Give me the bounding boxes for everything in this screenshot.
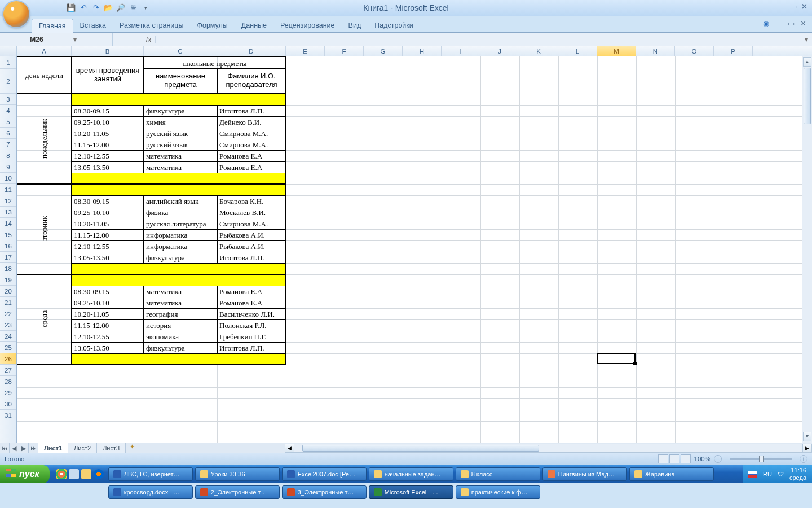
task-1[interactable]: Уроки 30-36 [195,467,280,481]
time-2-3[interactable]: 11.15-12.00 [72,319,144,331]
col-header-L[interactable]: L [558,46,597,56]
teacher-0-3[interactable]: Смирнова М.А. [217,139,286,150]
subj-1-5[interactable]: физкультура [144,252,217,263]
scroll-down-icon[interactable]: ▼ [803,432,811,441]
task-7[interactable]: кроссворд.docx - … [108,485,193,499]
row-header-28[interactable]: 28 [0,376,16,387]
print-preview-icon[interactable]: 🔎 [116,3,125,12]
row-header-24[interactable]: 24 [0,331,16,342]
subj-0-1[interactable]: химия [144,116,217,128]
subj-1-2[interactable]: русская литература [144,218,217,229]
teacher-2-3[interactable]: Полонская Р.Л. [217,319,286,331]
row-header-16[interactable]: 16 [0,240,16,252]
teacher-0-1[interactable]: Дейнеко В.И. [217,116,286,128]
save-icon[interactable]: 💾 [67,3,76,12]
teacher-1-5[interactable]: Игонтова Л.П. [217,252,286,263]
teacher-0-0[interactable]: Игонтова Л.П. [217,105,286,116]
ribbon-tab-4[interactable]: Данные [235,19,273,32]
task-3[interactable]: начальные задан… [369,467,453,481]
ribbon-tab-0[interactable]: Главная [32,19,73,33]
tray-clock[interactable]: 11:16 среда [789,467,806,481]
time-1-3[interactable]: 11.15-12.00 [72,229,144,240]
time-0-1[interactable]: 09.25-10.10 [72,116,144,128]
hdr-subject-name[interactable]: наименованиепредмета [144,69,217,94]
time-2-2[interactable]: 10.20-11.05 [72,308,144,319]
subj-0-4[interactable]: математика [144,150,217,161]
col-header-H[interactable]: H [403,46,442,56]
subj-2-0[interactable]: математика [144,286,217,297]
fx-icon[interactable]: fx [142,36,156,43]
time-2-4[interactable]: 12.10-12.55 [72,331,144,342]
ribbon-tab-6[interactable]: Вид [342,19,368,32]
time-0-5[interactable]: 13.05-13.50 [72,161,144,173]
zoom-out-icon[interactable]: − [714,455,722,463]
ribbon-tab-1[interactable]: Вставка [73,19,113,32]
row-header-31[interactable]: 31 [0,410,16,421]
yellow-top-1[interactable] [72,184,286,195]
tray-flag-icon[interactable] [748,471,757,478]
teacher-1-2[interactable]: Смирнова М.А. [217,218,286,229]
time-2-5[interactable]: 13.05-13.50 [72,342,144,353]
name-box-dropdown-icon[interactable]: ▾ [73,36,81,43]
time-1-2[interactable]: 10.20-11.05 [72,218,144,229]
tray-lang[interactable]: RU [763,471,772,478]
sheet-tab-2[interactable]: Лист3 [97,443,126,453]
row-header-6[interactable]: 6 [0,128,16,139]
yellow-top-2[interactable] [72,274,286,286]
close-icon[interactable]: ✕ [801,2,807,11]
col-header-F[interactable]: F [325,46,364,56]
teacher-1-0[interactable]: Бочарова К.Н. [217,195,286,207]
row-header-12[interactable]: 12 [0,195,16,207]
zoom-level[interactable]: 100% [694,456,710,462]
row-header-8[interactable]: 8 [0,150,16,161]
task-8[interactable]: 2_Электронные т… [195,485,280,499]
doc-restore-icon[interactable]: ▭ [788,19,795,28]
hdr-subjects[interactable]: школьные предметы [144,56,286,69]
row-header-19[interactable]: 19 [0,274,16,286]
task-6[interactable]: Жаравина [629,467,714,481]
ribbon-tab-3[interactable]: Формулы [190,19,234,32]
teacher-2-0[interactable]: Романова Е.А [217,286,286,297]
restore-icon[interactable]: ▭ [790,2,797,11]
hdr-day[interactable]: день недели [17,56,72,94]
day-2[interactable]: среда [17,274,72,365]
row-header-26[interactable]: 26 [0,353,16,365]
row-header-27[interactable]: 27 [0,365,16,376]
help-icon[interactable]: ◉ [763,19,769,28]
time-1-4[interactable]: 12.10-12.55 [72,240,144,252]
time-1-1[interactable]: 09.25-10.10 [72,207,144,218]
normal-view-icon[interactable] [658,454,668,463]
subj-1-1[interactable]: физика [144,207,217,218]
teacher-2-4[interactable]: Гребенкин П.Г. [217,331,286,342]
task-9[interactable]: 3_Электронные т… [282,485,367,499]
new-sheet-icon[interactable]: ✦ [126,443,138,453]
hdr-teacher[interactable]: Фамилия И.О.преподавателя [217,69,286,94]
time-1-0[interactable]: 08.30-09.15 [72,195,144,207]
yellow-bot-0[interactable] [72,173,286,184]
teacher-2-1[interactable]: Романова Е.А [217,297,286,308]
time-0-4[interactable]: 12.10-12.55 [72,150,144,161]
row-header-30[interactable]: 30 [0,398,16,410]
row-header-4[interactable]: 4 [0,105,16,116]
time-0-2[interactable]: 10.20-11.05 [72,128,144,139]
subj-0-3[interactable]: русский язык [144,139,217,150]
row-header-21[interactable]: 21 [0,297,16,308]
row-header-29[interactable]: 29 [0,387,16,398]
time-2-1[interactable]: 09.25-10.10 [72,297,144,308]
ql-media-icon[interactable] [94,469,104,479]
col-header-C[interactable]: C [144,46,217,56]
ql-desktop-icon[interactable] [69,469,79,479]
sheet-nav-prev-icon[interactable]: ◀ [10,443,19,453]
formula-bar-expand-icon[interactable]: ▾ [800,36,812,43]
teacher-0-2[interactable]: Смирнова М.А. [217,128,286,139]
horizontal-scrollbar[interactable]: ◀ ▶ [285,443,812,453]
row-header-7[interactable]: 7 [0,139,16,150]
subj-0-5[interactable]: математика [144,161,217,173]
teacher-2-2[interactable]: Васильченко Л.И. [217,308,286,319]
ribbon-tab-2[interactable]: Разметка страницы [113,19,190,32]
quick-print-icon[interactable]: 🖶 [129,3,138,12]
time-0-3[interactable]: 11.15-12.00 [72,139,144,150]
name-box[interactable]: M26 [0,36,73,43]
task-5[interactable]: Пингвины из Мад… [542,467,627,481]
office-button[interactable] [3,1,29,27]
